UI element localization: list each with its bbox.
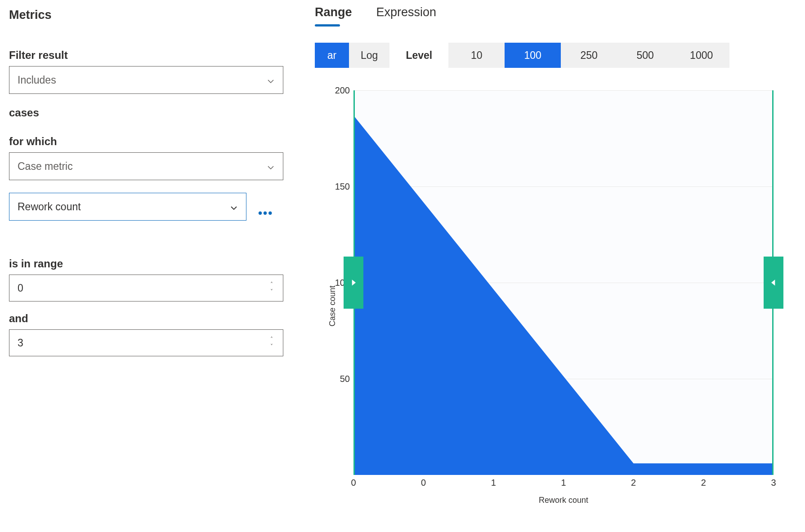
chevron-down-icon bbox=[267, 76, 275, 84]
chart: Case count 50100150200 0011223 Rework co… bbox=[315, 90, 797, 522]
is-in-range-label: is in range bbox=[9, 257, 306, 270]
level-label: Level bbox=[406, 49, 432, 62]
range-min-value: 0 bbox=[18, 282, 23, 294]
x-tick: 3 bbox=[771, 478, 776, 488]
x-axis-label: Rework count bbox=[353, 496, 774, 505]
range-handle-right[interactable] bbox=[764, 257, 783, 309]
scale-segmented: ar Log bbox=[315, 43, 389, 68]
level-500-button[interactable]: 500 bbox=[617, 43, 673, 68]
chevron-down-icon bbox=[267, 162, 275, 170]
metric-type-dropdown[interactable]: Case metric bbox=[9, 152, 283, 180]
spin-up-icon[interactable]: ˄ bbox=[265, 337, 278, 342]
y-tick: 200 bbox=[335, 85, 350, 96]
area-series bbox=[353, 90, 774, 475]
y-tick: 150 bbox=[335, 182, 350, 192]
more-options-button[interactable]: ••• bbox=[258, 206, 273, 220]
spin-up-icon[interactable]: ˄ bbox=[265, 282, 278, 287]
metric-type-value: Case metric bbox=[18, 160, 73, 173]
spin-down-icon[interactable]: ˅ bbox=[265, 289, 278, 294]
range-min-input[interactable]: 0 ˄ ˅ bbox=[9, 275, 283, 301]
x-tick: 0 bbox=[351, 478, 356, 488]
plot-area bbox=[353, 90, 774, 475]
panel-title: Metrics bbox=[9, 8, 306, 22]
range-handle-left[interactable] bbox=[344, 257, 363, 309]
scale-log-button[interactable]: Log bbox=[349, 43, 389, 68]
level-segmented: 10 100 250 500 1000 bbox=[448, 43, 729, 68]
filter-result-label: Filter result bbox=[9, 49, 306, 62]
level-100-button[interactable]: 100 bbox=[505, 43, 561, 68]
range-max-value: 3 bbox=[18, 337, 23, 349]
range-max-input[interactable]: 3 ˄ ˅ bbox=[9, 329, 283, 356]
tabs: Range Expression bbox=[315, 5, 797, 26]
tab-expression[interactable]: Expression bbox=[376, 5, 437, 26]
level-250-button[interactable]: 250 bbox=[561, 43, 617, 68]
x-tick: 2 bbox=[701, 478, 706, 488]
and-label: and bbox=[9, 312, 306, 325]
x-tick: 0 bbox=[421, 478, 426, 488]
x-tick: 1 bbox=[491, 478, 496, 488]
spin-down-icon[interactable]: ˅ bbox=[265, 344, 278, 349]
metric-value: Rework count bbox=[18, 201, 81, 213]
metric-dropdown[interactable]: Rework count bbox=[9, 193, 246, 221]
filter-result-value: Includes bbox=[18, 74, 56, 86]
tab-range[interactable]: Range bbox=[315, 5, 352, 26]
svg-marker-0 bbox=[353, 115, 774, 475]
scale-linear-button[interactable]: ar bbox=[315, 43, 349, 68]
chevron-down-icon bbox=[230, 203, 238, 211]
x-tick: 1 bbox=[561, 478, 566, 488]
for-which-label: for which bbox=[9, 135, 306, 148]
filter-result-dropdown[interactable]: Includes bbox=[9, 66, 283, 94]
chart-toolbar: ar Log Level 10 100 250 500 1000 bbox=[315, 43, 797, 68]
metrics-panel: Metrics Filter result Includes cases for… bbox=[0, 0, 315, 532]
cases-label: cases bbox=[9, 106, 306, 119]
x-tick: 2 bbox=[631, 478, 636, 488]
chart-panel: Range Expression ar Log Level 10 100 250… bbox=[315, 0, 805, 532]
level-1000-button[interactable]: 1000 bbox=[673, 43, 729, 68]
y-tick: 50 bbox=[340, 374, 350, 384]
level-10-button[interactable]: 10 bbox=[448, 43, 505, 68]
